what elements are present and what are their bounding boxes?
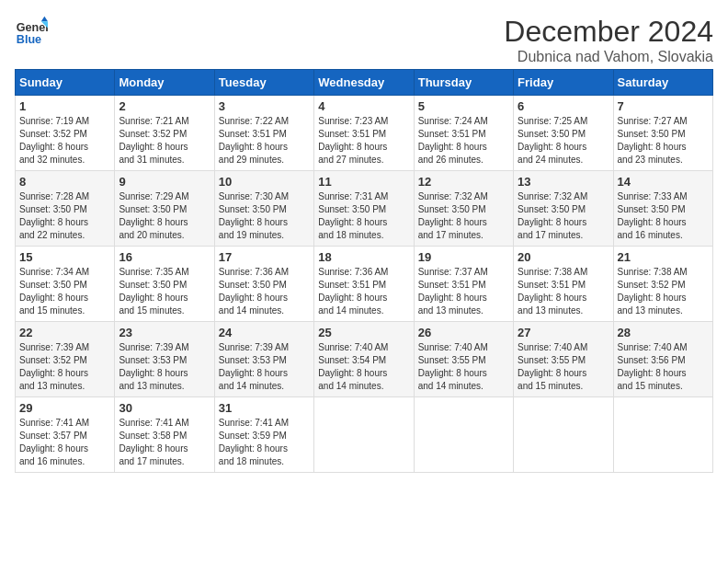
- table-cell: 10Sunrise: 7:30 AM Sunset: 3:50 PM Dayli…: [214, 171, 313, 247]
- day-details: Sunrise: 7:40 AM Sunset: 3:54 PM Dayligh…: [318, 341, 409, 393]
- table-cell: 20Sunrise: 7:38 AM Sunset: 3:51 PM Dayli…: [514, 247, 613, 322]
- table-cell: 6Sunrise: 7:25 AM Sunset: 3:50 PM Daylig…: [514, 96, 613, 171]
- table-cell: 8Sunrise: 7:28 AM Sunset: 3:50 PM Daylig…: [16, 171, 115, 247]
- day-number: 15: [19, 250, 110, 264]
- table-cell: [514, 397, 613, 473]
- day-details: Sunrise: 7:38 AM Sunset: 3:51 PM Dayligh…: [518, 266, 609, 317]
- table-cell: 1Sunrise: 7:19 AM Sunset: 3:52 PM Daylig…: [16, 96, 115, 171]
- header: General Blue December 2024 Dubnica nad V…: [15, 15, 713, 65]
- day-details: Sunrise: 7:41 AM Sunset: 3:57 PM Dayligh…: [19, 417, 110, 468]
- day-number: 11: [318, 175, 409, 189]
- day-details: Sunrise: 7:35 AM Sunset: 3:50 PM Dayligh…: [119, 266, 210, 317]
- table-cell: [314, 397, 414, 473]
- table-cell: 23Sunrise: 7:39 AM Sunset: 3:53 PM Dayli…: [115, 322, 214, 397]
- day-number: 9: [119, 175, 210, 189]
- day-number: 10: [219, 175, 310, 189]
- table-cell: 14Sunrise: 7:33 AM Sunset: 3:50 PM Dayli…: [613, 171, 712, 247]
- table-cell: 11Sunrise: 7:31 AM Sunset: 3:50 PM Dayli…: [314, 171, 414, 247]
- day-number: 5: [418, 99, 509, 113]
- day-number: 21: [618, 250, 709, 264]
- day-number: 12: [418, 175, 509, 189]
- day-details: Sunrise: 7:36 AM Sunset: 3:50 PM Dayligh…: [219, 266, 310, 317]
- table-cell: 26Sunrise: 7:40 AM Sunset: 3:55 PM Dayli…: [414, 322, 513, 397]
- table-cell: 24Sunrise: 7:39 AM Sunset: 3:53 PM Dayli…: [214, 322, 313, 397]
- day-number: 16: [119, 250, 210, 264]
- day-number: 28: [618, 326, 709, 339]
- day-details: Sunrise: 7:23 AM Sunset: 3:51 PM Dayligh…: [318, 115, 409, 167]
- col-friday: Friday: [514, 70, 613, 96]
- day-number: 4: [318, 99, 409, 113]
- day-details: Sunrise: 7:41 AM Sunset: 3:59 PM Dayligh…: [219, 417, 310, 468]
- day-details: Sunrise: 7:21 AM Sunset: 3:52 PM Dayligh…: [119, 115, 210, 167]
- day-number: 3: [219, 99, 310, 113]
- table-cell: 21Sunrise: 7:38 AM Sunset: 3:52 PM Dayli…: [613, 247, 712, 322]
- table-cell: 17Sunrise: 7:36 AM Sunset: 3:50 PM Dayli…: [214, 247, 313, 322]
- day-details: Sunrise: 7:40 AM Sunset: 3:55 PM Dayligh…: [518, 341, 609, 393]
- table-cell: 22Sunrise: 7:39 AM Sunset: 3:52 PM Dayli…: [16, 322, 115, 397]
- table-cell: 16Sunrise: 7:35 AM Sunset: 3:50 PM Dayli…: [115, 247, 214, 322]
- day-number: 2: [119, 99, 210, 113]
- day-number: 23: [119, 326, 210, 339]
- table-cell: 13Sunrise: 7:32 AM Sunset: 3:50 PM Dayli…: [514, 171, 613, 247]
- day-details: Sunrise: 7:38 AM Sunset: 3:52 PM Dayligh…: [618, 266, 709, 317]
- logo-icon: General Blue: [15, 15, 48, 48]
- table-cell: 30Sunrise: 7:41 AM Sunset: 3:58 PM Dayli…: [115, 397, 214, 473]
- day-number: 7: [618, 99, 709, 113]
- day-details: Sunrise: 7:28 AM Sunset: 3:50 PM Dayligh…: [19, 190, 110, 242]
- calendar-row: 22Sunrise: 7:39 AM Sunset: 3:52 PM Dayli…: [16, 322, 713, 397]
- day-details: Sunrise: 7:37 AM Sunset: 3:51 PM Dayligh…: [418, 266, 509, 317]
- day-number: 20: [518, 250, 609, 264]
- col-saturday: Saturday: [613, 70, 712, 96]
- day-details: Sunrise: 7:29 AM Sunset: 3:50 PM Dayligh…: [119, 190, 210, 242]
- day-number: 19: [418, 250, 509, 264]
- day-details: Sunrise: 7:39 AM Sunset: 3:53 PM Dayligh…: [219, 341, 310, 393]
- day-details: Sunrise: 7:32 AM Sunset: 3:50 PM Dayligh…: [418, 190, 509, 242]
- table-cell: [613, 397, 712, 473]
- day-number: 31: [219, 401, 310, 415]
- day-details: Sunrise: 7:39 AM Sunset: 3:53 PM Dayligh…: [119, 341, 210, 393]
- day-number: 18: [318, 250, 409, 264]
- day-number: 27: [518, 326, 609, 339]
- table-cell: 9Sunrise: 7:29 AM Sunset: 3:50 PM Daylig…: [115, 171, 214, 247]
- table-cell: 3Sunrise: 7:22 AM Sunset: 3:51 PM Daylig…: [214, 96, 313, 171]
- calendar-row: 1Sunrise: 7:19 AM Sunset: 3:52 PM Daylig…: [16, 96, 713, 171]
- day-details: Sunrise: 7:32 AM Sunset: 3:50 PM Dayligh…: [518, 190, 609, 242]
- day-number: 25: [318, 326, 409, 339]
- col-monday: Monday: [115, 70, 214, 96]
- col-thursday: Thursday: [414, 70, 513, 96]
- day-number: 22: [19, 326, 110, 339]
- svg-marker-2: [41, 17, 48, 21]
- day-details: Sunrise: 7:34 AM Sunset: 3:50 PM Dayligh…: [19, 266, 110, 317]
- day-details: Sunrise: 7:36 AM Sunset: 3:51 PM Dayligh…: [318, 266, 409, 317]
- calendar-row: 15Sunrise: 7:34 AM Sunset: 3:50 PM Dayli…: [16, 247, 713, 322]
- calendar-table: Sunday Monday Tuesday Wednesday Thursday…: [15, 69, 713, 473]
- day-details: Sunrise: 7:41 AM Sunset: 3:58 PM Dayligh…: [119, 417, 210, 468]
- col-tuesday: Tuesday: [214, 70, 313, 96]
- header-row: Sunday Monday Tuesday Wednesday Thursday…: [16, 70, 713, 96]
- logo: General Blue: [15, 15, 48, 48]
- day-details: Sunrise: 7:27 AM Sunset: 3:50 PM Dayligh…: [618, 115, 709, 167]
- day-number: 17: [219, 250, 310, 264]
- table-cell: 7Sunrise: 7:27 AM Sunset: 3:50 PM Daylig…: [613, 96, 712, 171]
- day-details: Sunrise: 7:30 AM Sunset: 3:50 PM Dayligh…: [219, 190, 310, 242]
- day-details: Sunrise: 7:25 AM Sunset: 3:50 PM Dayligh…: [518, 115, 609, 167]
- table-cell: 5Sunrise: 7:24 AM Sunset: 3:51 PM Daylig…: [414, 96, 513, 171]
- table-cell: 31Sunrise: 7:41 AM Sunset: 3:59 PM Dayli…: [214, 397, 313, 473]
- table-cell: 18Sunrise: 7:36 AM Sunset: 3:51 PM Dayli…: [314, 247, 414, 322]
- table-cell: [414, 397, 513, 473]
- svg-text:Blue: Blue: [17, 33, 41, 46]
- table-cell: 27Sunrise: 7:40 AM Sunset: 3:55 PM Dayli…: [514, 322, 613, 397]
- day-details: Sunrise: 7:31 AM Sunset: 3:50 PM Dayligh…: [318, 190, 409, 242]
- table-cell: 12Sunrise: 7:32 AM Sunset: 3:50 PM Dayli…: [414, 171, 513, 247]
- day-number: 14: [618, 175, 709, 189]
- month-title: December 2024: [504, 15, 713, 49]
- day-details: Sunrise: 7:19 AM Sunset: 3:52 PM Dayligh…: [19, 115, 110, 167]
- day-number: 26: [418, 326, 509, 339]
- location-title: Dubnica nad Vahom, Slovakia: [504, 49, 713, 65]
- table-cell: 28Sunrise: 7:40 AM Sunset: 3:56 PM Dayli…: [613, 322, 712, 397]
- day-details: Sunrise: 7:24 AM Sunset: 3:51 PM Dayligh…: [418, 115, 509, 167]
- col-wednesday: Wednesday: [314, 70, 414, 96]
- col-sunday: Sunday: [16, 70, 115, 96]
- day-number: 29: [19, 401, 110, 415]
- day-details: Sunrise: 7:22 AM Sunset: 3:51 PM Dayligh…: [219, 115, 310, 167]
